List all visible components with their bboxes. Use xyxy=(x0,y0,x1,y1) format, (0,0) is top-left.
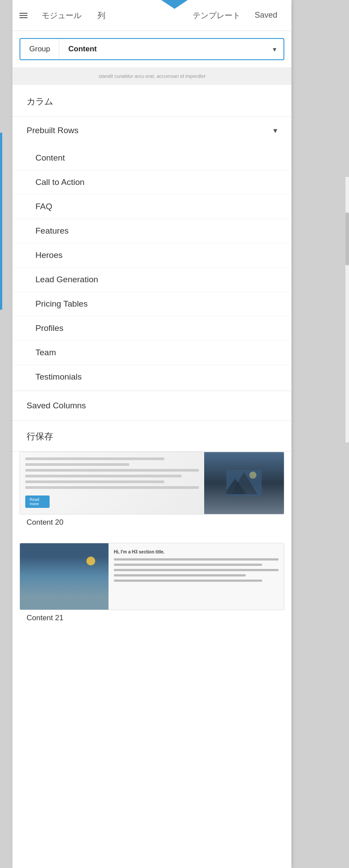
content-label: Content xyxy=(59,45,266,54)
main-panel: モジュール 列 テンプレート Saved Group Content ▾ sta… xyxy=(12,0,291,868)
card2-thumb-image xyxy=(20,543,109,610)
prebuilt-rows-chevron-icon: ▾ xyxy=(273,126,277,135)
menu-item-content[interactable]: Content xyxy=(12,146,291,170)
card1-read-more-button[interactable]: Read more xyxy=(25,495,50,508)
menu-item-call-to-action[interactable]: Call to Action xyxy=(12,170,291,195)
card1-line-6 xyxy=(25,486,199,489)
saved-columns-section: Saved Columns xyxy=(12,391,291,421)
menu-item-profiles[interactable]: Profiles xyxy=(12,316,291,341)
column-title: カラム xyxy=(27,96,277,108)
blue-left-border xyxy=(0,133,2,310)
column-section-header: カラム xyxy=(12,85,291,117)
card1-thumbnail[interactable]: Read more xyxy=(19,452,284,515)
prebuilt-rows-title: Prebuilt Rows xyxy=(27,126,78,135)
row-saves-section: 行保存 xyxy=(12,421,291,452)
tab-module[interactable]: モジュール xyxy=(35,7,89,24)
menu-item-heroes[interactable]: Heroes xyxy=(12,243,291,268)
card1-thumb-left: Read more xyxy=(20,452,204,514)
menu-item-features[interactable]: Features xyxy=(12,219,291,243)
card1-line-5 xyxy=(25,480,164,483)
card2-body-line-1 xyxy=(114,558,279,561)
card2-body-line-5 xyxy=(114,580,262,582)
card1-label: Content 20 xyxy=(19,518,284,527)
card2-preview-area: Hi, I'm a H3 section title. Content 21 xyxy=(12,543,291,638)
card2-body-line-3 xyxy=(114,569,279,571)
dropdown-selector[interactable]: Group Content ▾ xyxy=(19,38,284,60)
row-saves-title: 行保存 xyxy=(27,430,277,442)
card1-line-4 xyxy=(25,475,182,477)
dropdown-chevron-icon[interactable]: ▾ xyxy=(266,45,283,54)
card2-mountain-image xyxy=(20,543,109,610)
preview-text: standit curabitur arcu erat, accumsan id… xyxy=(99,73,206,79)
tab-column[interactable]: 列 xyxy=(90,7,112,24)
tab-saved[interactable]: Saved xyxy=(248,7,284,23)
top-arrow-indicator xyxy=(161,0,188,9)
card2-thumb-inner: Hi, I'm a H3 section title. xyxy=(20,543,284,610)
prebuilt-rows-header[interactable]: Prebuilt Rows ▾ xyxy=(12,117,291,144)
preview-strip: standit curabitur arcu erat, accumsan id… xyxy=(12,67,291,85)
card1-line-2 xyxy=(25,463,129,466)
prebuilt-rows-menu: Content Call to Action FAQ Features Hero… xyxy=(12,144,291,391)
card2-thumb-text: Hi, I'm a H3 section title. xyxy=(109,543,284,610)
card2-sun xyxy=(86,557,95,565)
card1-mountain-image xyxy=(204,452,284,514)
card1-thumb-inner: Read more xyxy=(20,452,284,514)
saved-columns-title: Saved Columns xyxy=(27,401,277,411)
tab-bar: モジュール 列 テンプレート Saved xyxy=(12,0,291,31)
menu-item-testimonials[interactable]: Testimonials xyxy=(12,365,291,389)
tab-template[interactable]: テンプレート xyxy=(186,7,248,24)
menu-item-team[interactable]: Team xyxy=(12,341,291,365)
scrollbar-thumb[interactable] xyxy=(345,212,349,265)
group-button[interactable]: Group xyxy=(20,39,59,59)
card2-thumbnail[interactable]: Hi, I'm a H3 section title. xyxy=(19,543,284,610)
menu-item-faq[interactable]: FAQ xyxy=(12,195,291,219)
card2-body-line-2 xyxy=(114,564,262,566)
card2-h3-title: Hi, I'm a H3 section title. xyxy=(114,549,279,554)
menu-item-lead-generation[interactable]: Lead Generation xyxy=(12,268,291,292)
menu-item-pricing-tables[interactable]: Pricing Tables xyxy=(12,292,291,316)
card1-line-1 xyxy=(25,457,164,460)
card2-label: Content 21 xyxy=(19,614,284,622)
card1-line-3 xyxy=(25,469,199,472)
card1-thumb-image xyxy=(204,452,284,514)
svg-point-3 xyxy=(249,472,256,479)
scrollbar[interactable] xyxy=(345,177,349,442)
hamburger-menu-icon[interactable] xyxy=(19,13,27,18)
card2-body-line-4 xyxy=(114,574,246,576)
card1-preview-area: Read more Content 20 xyxy=(12,452,291,543)
prebuilt-rows-section: Prebuilt Rows ▾ Content Call to Action F… xyxy=(12,117,291,391)
